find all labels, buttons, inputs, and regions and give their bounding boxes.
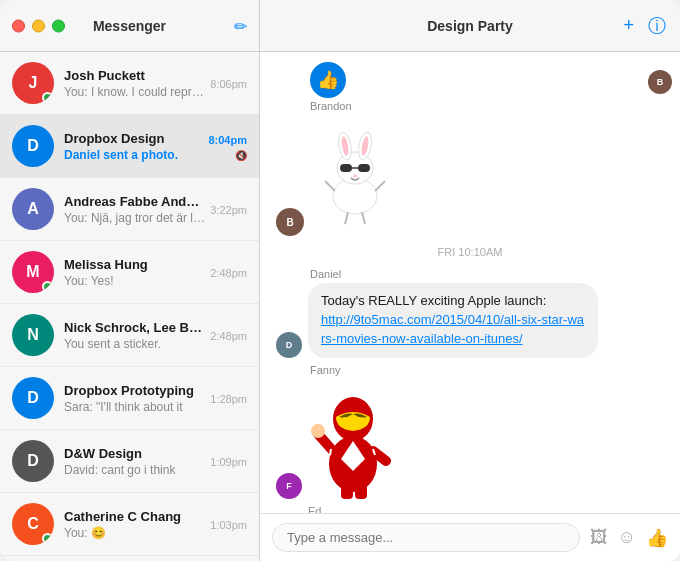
conv-name-dropbox-design: Dropbox Design	[64, 131, 204, 146]
conv-avatar-nick-schrock: N	[12, 314, 54, 356]
conv-avatar-melissa-hung: M	[12, 251, 54, 293]
conv-time-dw-design: 1:09pm	[210, 456, 247, 468]
ranger-sticker	[308, 379, 398, 499]
left-title: Messenger	[93, 18, 166, 34]
conv-time-andreas-fabbe: 3:22pm	[210, 204, 247, 216]
daniel-name: Daniel	[310, 268, 664, 280]
image-button[interactable]: 🖼	[590, 527, 608, 548]
conv-preview-nick-schrock: You sent a sticker.	[64, 337, 206, 351]
conversation-item-catherine-chang[interactable]: CCatherine C ChangYou: 😊1:03pm	[0, 493, 259, 556]
left-titlebar: Messenger ✏	[0, 0, 260, 52]
daniel-avatar: D	[276, 332, 302, 358]
svg-line-23	[330, 449, 331, 455]
daniel-message-group: Daniel D Today's REALLY exciting Apple l…	[276, 268, 664, 358]
svg-line-13	[362, 212, 365, 224]
fullscreen-button[interactable]	[52, 19, 65, 32]
conversation-list: JJosh PuckettYou: I know. I could reprod…	[0, 52, 260, 561]
conv-time-melissa-hung: 2:48pm	[210, 267, 247, 279]
ed-name: Ed	[308, 505, 657, 513]
time-divider-fri-1: FRI 10:10AM	[276, 246, 664, 258]
right-side-avatar: B	[648, 70, 672, 94]
conversation-item-brandon-souba[interactable]: BBrandon Soubasounds good11:07am	[0, 556, 259, 561]
conv-info-dropbox-prototyping: Dropbox PrototypingSara: "I'll think abo…	[64, 383, 206, 414]
minimize-button[interactable]	[32, 19, 45, 32]
emoji-button[interactable]: ☺	[618, 527, 636, 548]
svg-rect-7	[358, 164, 370, 172]
compose-button[interactable]: ✏	[234, 16, 247, 35]
message-input[interactable]	[272, 523, 580, 552]
conv-info-dropbox-design: Dropbox DesignDaniel sent a photo.	[64, 131, 204, 162]
conv-preview-josh-puckett: You: I know. I could reproduce. I h...	[64, 85, 206, 99]
conv-avatar-dropbox-design: D	[12, 125, 54, 167]
ed-message-group: E Ed they screwed up the intro orchestra…	[276, 505, 664, 513]
conv-name-dw-design: D&W Design	[64, 446, 206, 461]
brandon-messages: 👍 B Brandon	[310, 62, 400, 236]
conv-preview-dw-design: David: cant go i think	[64, 463, 206, 477]
conv-preview-catherine-chang: You: 😊	[64, 526, 206, 540]
close-button[interactable]	[12, 19, 25, 32]
top-bar: Messenger ✏ Design Party + ⓘ	[0, 0, 680, 52]
conv-info-melissa-hung: Melissa HungYou: Yes!	[64, 257, 206, 288]
right-actions: + ⓘ	[623, 14, 666, 38]
conv-info-catherine-chang: Catherine C ChangYou: 😊	[64, 509, 206, 540]
fanny-name: Fanny	[310, 364, 664, 376]
chat-title: Design Party	[427, 18, 513, 34]
conv-time-catherine-chang: 1:03pm	[210, 519, 247, 531]
apple-link[interactable]: http://9to5mac.com/2015/04/10/all-six-st…	[321, 312, 584, 346]
online-dot-catherine-chang	[42, 533, 53, 544]
conv-info-josh-puckett: Josh PuckettYou: I know. I could reprodu…	[64, 68, 206, 99]
conv-right-melissa-hung: 2:48pm	[206, 265, 247, 279]
conversation-item-dw-design[interactable]: DD&W DesignDavid: cant go i think1:09pm	[0, 430, 259, 493]
traffic-lights	[12, 19, 65, 32]
conv-avatar-catherine-chang: C	[12, 503, 54, 545]
conv-time-dropbox-design: 8:04pm	[208, 134, 247, 146]
messenger-window: Messenger ✏ Design Party + ⓘ JJosh Pucke…	[0, 0, 680, 561]
reaction-row: 👍 B	[310, 62, 400, 98]
message-group-top: B 👍 B Brandon	[276, 62, 664, 236]
chat-input-bar: 🖼 ☺ 👍	[260, 513, 680, 561]
svg-rect-6	[340, 164, 352, 172]
rabbit-sticker	[310, 116, 400, 230]
add-person-button[interactable]: +	[623, 15, 634, 36]
daniel-bubble: Today's REALLY exciting Apple launch: ht…	[308, 283, 598, 358]
conv-time-nick-schrock: 2:48pm	[210, 330, 247, 342]
svg-line-11	[375, 181, 385, 191]
conv-name-melissa-hung: Melissa Hung	[64, 257, 206, 272]
conversation-item-melissa-hung[interactable]: MMelissa HungYou: Yes!2:48pm	[0, 241, 259, 304]
svg-point-9	[353, 175, 357, 178]
like-button[interactable]: 👍	[646, 527, 668, 549]
conversation-item-dropbox-prototyping[interactable]: DDropbox PrototypingSara: "I'll think ab…	[0, 367, 259, 430]
conv-name-andreas-fabbe: Andreas Fabbe Andersson	[64, 194, 206, 209]
conv-time-josh-puckett: 8:06pm	[210, 78, 247, 90]
conv-preview-andreas-fabbe: You: Njä, jag tror det är lugnt efter...	[64, 211, 206, 225]
thumbs-up-reaction: 👍	[310, 62, 346, 98]
chat-panel: B 👍 B Brandon	[260, 52, 680, 561]
conv-preview-melissa-hung: You: Yes!	[64, 274, 206, 288]
conv-avatar-josh-puckett: J	[12, 62, 54, 104]
conv-avatar-dw-design: D	[12, 440, 54, 482]
conv-name-josh-puckett: Josh Puckett	[64, 68, 206, 83]
fanny-sticker-row: F	[276, 379, 664, 499]
conv-right-andreas-fabbe: 3:22pm	[206, 202, 247, 216]
conv-avatar-andreas-fabbe: A	[12, 188, 54, 230]
online-dot-melissa-hung	[42, 281, 53, 292]
online-dot-josh-puckett	[42, 92, 53, 103]
conv-right-josh-puckett: 8:06pm	[206, 76, 247, 90]
conv-name-nick-schrock: Nick Schrock, Lee Byron, ...	[64, 320, 206, 335]
svg-rect-19	[314, 424, 322, 434]
fanny-message-group: Fanny F	[276, 364, 664, 499]
conv-info-dw-design: D&W DesignDavid: cant go i think	[64, 446, 206, 477]
conversation-item-dropbox-design[interactable]: DDropbox DesignDaniel sent a photo.8:04p…	[0, 115, 259, 178]
conv-preview-dropbox-design: Daniel sent a photo.	[64, 148, 204, 162]
conversation-item-josh-puckett[interactable]: JJosh PuckettYou: I know. I could reprod…	[0, 52, 259, 115]
info-button[interactable]: ⓘ	[648, 14, 666, 38]
conversation-item-andreas-fabbe[interactable]: AAndreas Fabbe AnderssonYou: Njä, jag tr…	[0, 178, 259, 241]
conv-info-nick-schrock: Nick Schrock, Lee Byron, ...You sent a s…	[64, 320, 206, 351]
svg-line-12	[345, 212, 348, 224]
ed-message-content: Ed they screwed up the intro orchestral …	[308, 505, 657, 513]
conv-right-dropbox-prototyping: 1:28pm	[206, 391, 247, 405]
conv-right-dropbox-design: 8:04pm🔇	[204, 132, 247, 161]
conversation-item-nick-schrock[interactable]: NNick Schrock, Lee Byron, ...You sent a …	[0, 304, 259, 367]
daniel-message-row: D Today's REALLY exciting Apple launch: …	[276, 283, 664, 358]
svg-rect-22	[355, 485, 367, 499]
